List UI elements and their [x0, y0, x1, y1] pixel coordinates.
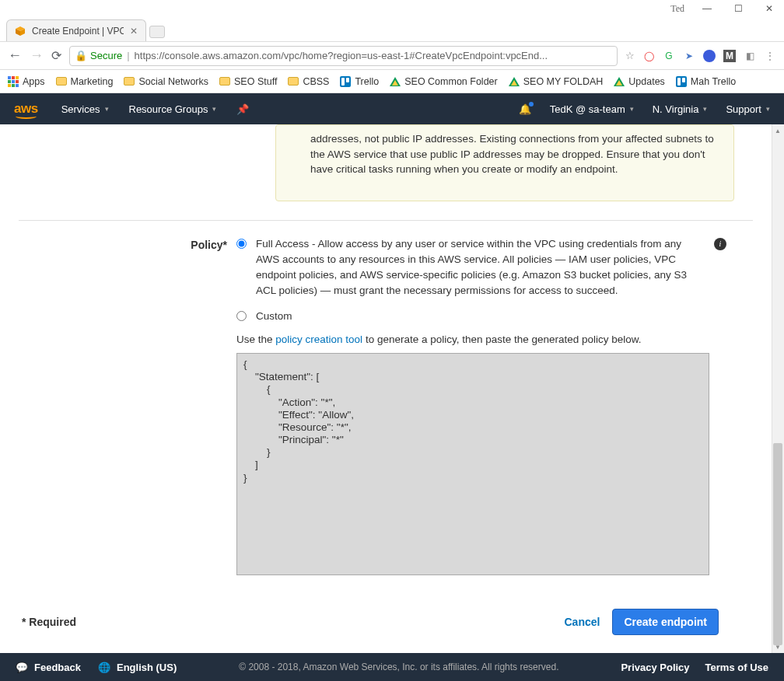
required-note: * Required [22, 616, 76, 628]
bookmark-seo-stuff[interactable]: SEO Stuff [219, 76, 277, 87]
bookmarks-apps-label: Apps [23, 76, 45, 87]
gdrive-icon [509, 77, 520, 86]
services-menu[interactable]: Services▾ [61, 103, 109, 115]
folder-icon [56, 77, 67, 86]
browser-toolbar: ← → ⟳ 🔒 Secure | https://console.aws.ama… [0, 42, 784, 70]
bookmarks-apps[interactable]: Apps [8, 76, 45, 87]
folder-icon [288, 77, 299, 86]
info-banner-text: addresses, not public IP addresses. Exis… [310, 133, 714, 175]
shield-ext-icon[interactable]: ◧ [744, 50, 756, 62]
policy-custom-label: Custom [256, 309, 292, 324]
star-icon[interactable]: ☆ [625, 50, 635, 61]
policy-hint: Use the policy creation tool to generate… [236, 334, 753, 345]
policy-json-textarea[interactable] [236, 353, 709, 575]
close-tab-icon[interactable]: ✕ [130, 26, 138, 37]
bookmark-cbss[interactable]: CBSS [288, 76, 329, 87]
bookmark-social-networks[interactable]: Social Networks [124, 76, 208, 87]
region-menu[interactable]: N. Virginia▾ [653, 103, 708, 115]
address-bar[interactable]: 🔒 Secure | https://console.aws.amazon.co… [69, 46, 618, 66]
folder-icon [124, 77, 135, 86]
chevron-down-icon: ▾ [212, 105, 216, 113]
aws-logo[interactable]: aws [14, 101, 38, 117]
terms-of-use-link[interactable]: Terms of Use [705, 662, 768, 673]
bookmark-seo-my-foldah[interactable]: SEO MY FOLDAH [509, 76, 604, 87]
info-banner: addresses, not public IP addresses. Exis… [275, 124, 734, 201]
cube-icon [15, 26, 26, 37]
pocket-ext-icon[interactable]: ➤ [683, 50, 695, 62]
chevron-down-icon: ▾ [105, 105, 109, 113]
chrome-menu-icon[interactable]: ⋮ [764, 50, 776, 62]
aws-footer: 💬 Feedback 🌐 English (US) © 2008 - 2018,… [0, 653, 784, 681]
scrollbar-thumb[interactable] [773, 443, 782, 645]
circle-ext-icon[interactable] [703, 50, 716, 62]
divider [19, 220, 753, 221]
opera-ext-icon[interactable]: ◯ [642, 50, 655, 62]
user-menu[interactable]: TedK @ sa-team▾ [550, 103, 634, 115]
notification-dot [529, 102, 534, 107]
policy-full-access-radio[interactable] [236, 239, 247, 249]
bookmark-updates[interactable]: Updates [614, 76, 665, 87]
url-text: https://console.aws.amazon.com/vpc/home?… [135, 50, 548, 61]
chevron-down-icon: ▾ [703, 105, 707, 113]
aws-header: aws Services▾ Resource Groups▾ 📌 🔔 TedK … [0, 93, 784, 124]
policy-full-access-text: Full Access - Allow access by any user o… [256, 236, 699, 299]
notifications-button[interactable]: 🔔 [519, 103, 531, 115]
language-selector[interactable]: 🌐 English (US) [98, 662, 177, 673]
user-hint: Ted [670, 3, 684, 15]
tab-title: Create Endpoint | VPC M [32, 26, 124, 37]
minimize-icon[interactable]: — [698, 3, 716, 14]
extension-icons: ◯ G ➤ M ◧ ⋮ [642, 50, 776, 62]
chevron-down-icon: ▾ [630, 105, 634, 113]
reload-icon[interactable]: ⟳ [51, 48, 61, 63]
bookmark-mah-trello[interactable]: Mah Trello [676, 76, 736, 87]
footer-copyright: © 2008 - 2018, Amazon Web Services, Inc.… [239, 662, 558, 672]
maximize-icon[interactable]: ☐ [730, 3, 747, 14]
content-viewport: addresses, not public IP addresses. Exis… [0, 124, 784, 653]
forward-icon[interactable]: → [30, 47, 44, 64]
chevron-down-icon: ▾ [766, 105, 770, 113]
grammarly-ext-icon[interactable]: G [663, 50, 675, 62]
folder-icon [219, 77, 230, 86]
apps-icon [8, 76, 19, 87]
secure-label: Secure [90, 50, 122, 61]
bookmarks-bar: Apps Marketing Social Networks SEO Stuff… [0, 70, 784, 93]
browser-tab[interactable]: Create Endpoint | VPC M ✕ [6, 19, 146, 41]
scrollbar[interactable]: ▲ ▼ [772, 124, 784, 653]
lock-icon: 🔒 [75, 50, 87, 61]
info-icon[interactable]: i [714, 238, 726, 250]
globe-icon: 🌐 [98, 662, 110, 673]
gdrive-icon [390, 77, 401, 86]
create-endpoint-button[interactable]: Create endpoint [612, 609, 719, 635]
policy-custom-radio[interactable] [236, 311, 247, 321]
gdrive-icon [614, 77, 625, 86]
window-titlebar: Ted — ☐ ✕ [0, 0, 784, 17]
resource-groups-menu[interactable]: Resource Groups▾ [129, 103, 217, 115]
m-ext-icon[interactable]: M [723, 50, 736, 62]
scroll-down-icon[interactable]: ▼ [772, 641, 783, 653]
chat-icon: 💬 [16, 662, 28, 673]
trello-icon [340, 76, 351, 87]
policy-creation-tool-link[interactable]: policy creation tool [275, 334, 362, 345]
privacy-policy-link[interactable]: Privacy Policy [621, 662, 689, 673]
feedback-link[interactable]: 💬 Feedback [16, 662, 81, 673]
close-window-icon[interactable]: ✕ [761, 3, 778, 14]
trello-icon [676, 76, 687, 87]
policy-label: Policy* [19, 236, 236, 253]
bookmark-seo-common-folder[interactable]: SEO Common Folder [390, 76, 497, 87]
back-icon[interactable]: ← [8, 47, 22, 64]
support-menu[interactable]: Support▾ [726, 103, 770, 115]
bookmark-marketing[interactable]: Marketing [56, 76, 114, 87]
scroll-up-icon[interactable]: ▲ [772, 124, 783, 137]
cancel-button[interactable]: Cancel [565, 616, 600, 628]
browser-tabs: Create Endpoint | VPC M ✕ [0, 17, 784, 42]
pin-icon[interactable]: 📌 [236, 103, 249, 115]
bookmark-trello[interactable]: Trello [340, 76, 379, 87]
new-tab-button[interactable] [149, 26, 165, 38]
